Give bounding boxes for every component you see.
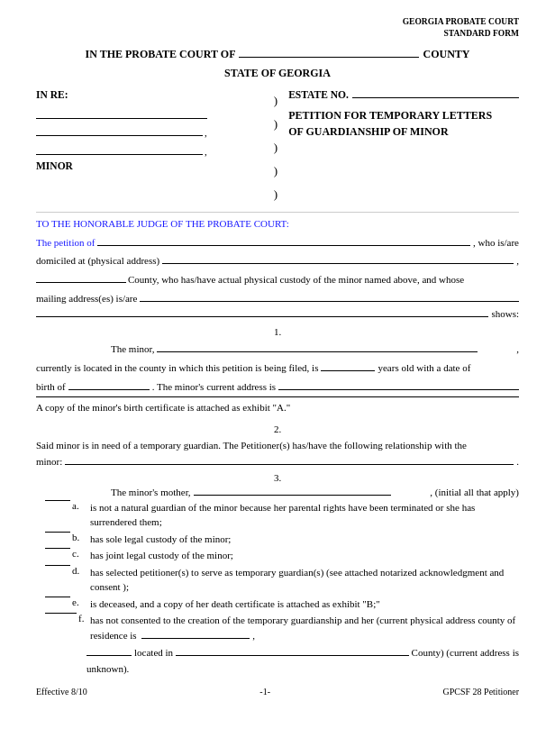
birth-line: birth of . The minor's current address i…: [36, 378, 519, 396]
located-text: currently is located in the county in wh…: [36, 360, 318, 377]
item-d-underline: [45, 565, 70, 566]
minor-underline: [157, 351, 478, 352]
court-underline: [239, 57, 419, 58]
domiciled-underline: [162, 263, 514, 264]
estate-underline: [352, 97, 519, 98]
located-in-line: located in County) (current address is: [86, 644, 519, 661]
section2-body: Said minor is in need of a temporary gua…: [36, 440, 467, 451]
county-underline: [36, 282, 126, 283]
years-old-text: years old with a date of: [378, 360, 470, 377]
item-c-underline: [45, 548, 70, 549]
item-f-underline: [45, 613, 77, 614]
header-top-right-text: GEORGIA PROBATE COURT STANDARD FORM: [403, 17, 519, 38]
mailing-underline-full: [36, 316, 488, 317]
located-underline: [176, 655, 408, 656]
mailing-label: mailing address(es) is/are: [36, 290, 137, 307]
in-re-left: IN RE: , , MINOR: [36, 89, 267, 206]
section3-num: 3.: [36, 472, 519, 483]
petition-of-post: , who is/are: [473, 234, 519, 251]
minor-label: MINOR: [36, 160, 267, 171]
county-custody-text: County, who has/have actual physical cus…: [128, 271, 464, 288]
item-f-letter: f.: [78, 613, 84, 624]
minor-line-2: minor: .: [36, 456, 519, 467]
petition-of-underline: [97, 245, 470, 246]
in-re-section: IN RE: , , MINOR ) ) ) ) ) ESTATE NO. PE…: [36, 89, 519, 206]
item-e-letter: e.: [72, 597, 79, 607]
footer-form-num: GPCSF 28 Petitioner: [443, 687, 519, 697]
state-title: STATE OF GEORGIA: [36, 67, 519, 80]
located-in-underline-pre: [86, 655, 132, 656]
name-line-comma-1: ,: [36, 123, 267, 138]
mothers-pre: The minor's mother,: [75, 487, 191, 497]
item-d-letter: d.: [72, 565, 79, 576]
list-item-c: c. has joint legal custody of the minor;: [36, 548, 519, 563]
domiciled-line: domiciled at (physical address) ,: [36, 252, 519, 269]
item-f-letter-area: f.: [45, 613, 90, 624]
item-a-underline: [45, 500, 70, 501]
shows-text: shows:: [491, 308, 519, 319]
name-line-2: ,: [36, 141, 267, 157]
item-b-underline: [45, 532, 70, 533]
item-c-content: has joint legal custody of the minor;: [90, 548, 519, 563]
item-a-content: is not a natural guardian of the minor b…: [90, 500, 519, 530]
estate-no-line: ESTATE NO.: [288, 89, 519, 100]
initial-all: , (initial all that apply): [394, 487, 519, 497]
paren-col: ) ) ) ) ): [267, 89, 285, 206]
item-e-letter-area: e.: [45, 597, 90, 607]
birth-underline: [68, 389, 150, 390]
mailing-underline-2: shows:: [36, 308, 519, 319]
list-item-a: a. is not a natural guardian of the mino…: [36, 500, 519, 530]
estate-no-label: ESTATE NO.: [288, 89, 349, 100]
list-item-b: b. has sole legal custody of the minor;: [36, 532, 519, 547]
item-e-underline: [45, 597, 70, 597]
county-paren: County) (current address is: [412, 644, 519, 661]
petition-of-pre: The petition of: [36, 234, 95, 251]
years-underline: [321, 370, 375, 371]
court-line: IN THE PROBATE COURT OF COUNTY: [36, 48, 519, 61]
item-d-content: has selected petitioner(s) to serve as t…: [90, 565, 519, 595]
county-custody-line: County, who has/have actual physical cus…: [36, 271, 519, 288]
header-top-right: GEORGIA PROBATE COURT STANDARD FORM: [36, 16, 519, 41]
name-line-1: [36, 105, 207, 119]
item-b-letter: b.: [72, 532, 79, 542]
divider: [36, 212, 519, 213]
minor-label-2: minor:: [36, 456, 62, 467]
section1-num: 1.: [36, 326, 519, 337]
domiciled-label: domiciled at (physical address): [36, 252, 159, 269]
current-address-label: . The minor's current address is: [152, 378, 276, 396]
in-re-label: IN RE:: [36, 89, 267, 100]
section2-num: 2.: [36, 424, 519, 434]
list-item-d: d. has selected petitioner(s) to serve a…: [36, 565, 519, 595]
list-item-e: e. is deceased, and a copy of her death …: [36, 597, 519, 612]
to-court-line: TO THE HONORABLE JUDGE OF THE PROBATE CO…: [36, 218, 519, 229]
item-f-text: has not consented to the creation of the…: [90, 615, 515, 641]
birth-of-label: birth of: [36, 378, 66, 396]
minor-underline-2: [65, 464, 514, 465]
petition-of-line: The petition of , who is/are: [36, 234, 519, 251]
item-d-letter-area: d.: [45, 565, 90, 576]
mailing-underline: [140, 301, 519, 302]
minor-line: The minor, ,: [36, 341, 519, 358]
mother-line: The minor's mother, , (initial all that …: [36, 487, 519, 497]
item-a-letter-area: a.: [45, 500, 90, 511]
item-a-letter: a.: [72, 500, 79, 511]
section2-text: Said minor is in need of a temporary gua…: [36, 438, 519, 454]
item-b-content: has sole legal custody of the minor;: [90, 532, 519, 547]
item-f-underline-field: [141, 638, 250, 639]
footer: Effective 8/10 -1- GPCSF 28 Petitioner: [36, 687, 519, 697]
item-c-letter: c.: [72, 548, 79, 559]
birth-cert: A copy of the minor's birth certificate …: [36, 400, 519, 416]
court-post: COUNTY: [423, 48, 469, 61]
unknown-text: unknown).: [86, 663, 129, 674]
item-b-letter-area: b.: [45, 532, 90, 542]
address-underline: [278, 389, 519, 390]
petition-title: PETITION FOR TEMPORARY LETTERS OF GUARDI…: [288, 107, 519, 140]
mother-underline: [194, 495, 392, 496]
to-court-text: TO THE HONORABLE JUDGE OF THE PROBATE CO…: [36, 218, 289, 229]
item-f-content: has not consented to the creation of the…: [90, 613, 519, 642]
address-underline-2: [36, 396, 519, 397]
in-re-right: ESTATE NO. PETITION FOR TEMPORARY LETTER…: [285, 89, 519, 206]
footer-page-num: -1-: [259, 687, 270, 697]
unknown-line: unknown).: [86, 663, 519, 674]
mailing-address-line: mailing address(es) is/are: [36, 290, 519, 307]
